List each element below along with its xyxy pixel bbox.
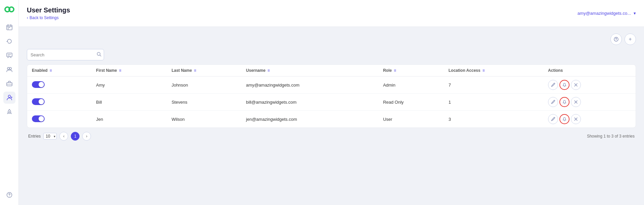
sidebar-item-messages[interactable] xyxy=(3,49,15,61)
filter-icon-last-name[interactable]: ≡ xyxy=(194,68,196,73)
sidebar xyxy=(0,0,19,205)
sidebar-item-team[interactable] xyxy=(3,63,15,75)
svg-rect-8 xyxy=(9,27,10,28)
account-menu[interactable]: amy@amazingwidgets.co... ▾ xyxy=(578,11,636,16)
search-input[interactable] xyxy=(27,49,104,60)
delete-button-1[interactable] xyxy=(571,97,581,107)
svg-rect-9 xyxy=(7,53,12,57)
table-row: AmyJohnsonamy@amazingwidgets.comAdmin7 xyxy=(27,76,636,94)
svg-point-19 xyxy=(9,111,10,112)
cell-last-name-0: Johnson xyxy=(167,76,241,94)
cell-username-2: jen@amazingwidgets.com xyxy=(241,111,378,128)
toggle-enabled-2[interactable] xyxy=(32,115,45,122)
account-email: amy@amazingwidgets.co... xyxy=(578,11,631,16)
entries-select-wrap: 10 25 50 xyxy=(43,133,57,140)
edit-button-0[interactable] xyxy=(548,80,558,90)
entries-label: Entries xyxy=(28,134,41,139)
page-title: User Settings xyxy=(27,6,70,14)
filter-icon-location-access[interactable]: ≡ xyxy=(482,68,485,73)
svg-line-25 xyxy=(100,55,101,56)
cell-enabled-2 xyxy=(27,111,91,128)
cell-username-1: bill@amazingwidgets.com xyxy=(241,94,378,111)
cell-username-0: amy@amazingwidgets.com xyxy=(241,76,378,94)
cell-enabled-0 xyxy=(27,76,91,94)
cell-last-name-1: Stevens xyxy=(167,94,241,111)
help-button[interactable] xyxy=(610,34,622,45)
col-label-username: Username xyxy=(246,68,265,73)
svg-point-21 xyxy=(9,196,10,197)
col-label-location-access: Location Access xyxy=(448,68,480,73)
app-logo xyxy=(4,4,15,16)
page-1-button[interactable]: 1 xyxy=(71,132,80,141)
col-header-first-name: First Name ≡ xyxy=(91,65,167,76)
delete-button-2[interactable] xyxy=(571,114,581,124)
next-page-button[interactable]: › xyxy=(82,132,91,141)
sidebar-item-briefcase[interactable] xyxy=(3,78,15,90)
sidebar-item-help[interactable] xyxy=(3,189,15,201)
col-label-first-name: First Name xyxy=(96,68,117,73)
sidebar-item-refresh[interactable] xyxy=(3,35,15,47)
actions-group-2 xyxy=(548,114,631,124)
bell-button-1[interactable] xyxy=(559,97,569,107)
col-label-last-name: Last Name xyxy=(171,68,192,73)
sidebar-item-users[interactable] xyxy=(3,92,15,104)
search-input-wrap xyxy=(27,49,104,60)
edit-button-2[interactable] xyxy=(548,114,558,124)
cell-first-name-1: Bill xyxy=(91,94,167,111)
toolbar: + xyxy=(27,34,636,45)
svg-point-16 xyxy=(8,95,10,98)
add-user-button[interactable]: + xyxy=(625,34,636,45)
back-link-label: Back to Settings xyxy=(30,15,59,20)
svg-point-12 xyxy=(7,67,9,69)
filter-icon-role[interactable]: ≡ xyxy=(394,68,396,73)
cell-actions-2 xyxy=(543,111,636,128)
users-table: Enabled ≡ First Name ≡ L xyxy=(27,64,636,128)
actions-group-1 xyxy=(548,97,631,107)
col-header-actions: Actions xyxy=(543,65,636,76)
cell-actions-1 xyxy=(543,94,636,111)
cell-role-0: Admin xyxy=(378,76,444,94)
back-to-settings-link[interactable]: ‹ Back to Settings xyxy=(27,15,70,20)
table-row: JenWilsonjen@amazingwidgets.comUser3 xyxy=(27,111,636,128)
pagination-pages: ‹ 1 › xyxy=(59,132,91,141)
col-header-enabled: Enabled ≡ xyxy=(27,65,91,76)
sidebar-item-calendar[interactable] xyxy=(3,21,15,33)
filter-icon-enabled[interactable]: ≡ xyxy=(50,68,52,73)
table-header-row: Enabled ≡ First Name ≡ L xyxy=(27,65,636,76)
cell-first-name-0: Amy xyxy=(91,76,167,94)
prev-page-button[interactable]: ‹ xyxy=(59,132,68,141)
filter-icon-username[interactable]: ≡ xyxy=(267,68,270,73)
cell-role-1: Read Only xyxy=(378,94,444,111)
col-label-enabled: Enabled xyxy=(32,68,48,73)
svg-rect-7 xyxy=(8,29,9,29)
bell-button-0[interactable] xyxy=(559,80,569,90)
chevron-down-icon: ▾ xyxy=(634,11,636,16)
sidebar-item-rocket[interactable] xyxy=(3,106,15,118)
toggle-enabled-1[interactable] xyxy=(32,98,45,105)
cell-last-name-2: Wilson xyxy=(167,111,241,128)
delete-button-0[interactable] xyxy=(571,80,581,90)
toggle-enabled-0[interactable] xyxy=(32,81,45,88)
svg-point-23 xyxy=(616,40,616,40)
cell-location-access-0: 7 xyxy=(444,76,543,94)
header-left: User Settings ‹ Back to Settings xyxy=(27,6,70,20)
col-header-location-access: Location Access ≡ xyxy=(444,65,543,76)
cell-location-access-1: 1 xyxy=(444,94,543,111)
search-icon[interactable] xyxy=(97,52,101,58)
bell-button-2[interactable] xyxy=(559,114,569,124)
cell-location-access-2: 3 xyxy=(444,111,543,128)
cell-first-name-2: Jen xyxy=(91,111,167,128)
header: User Settings ‹ Back to Settings amy@ama… xyxy=(19,0,644,27)
search-section xyxy=(27,49,636,60)
cell-enabled-1 xyxy=(27,94,91,111)
plus-icon: + xyxy=(629,37,632,42)
showing-entries-text: Showing 1 to 3 of 3 entries xyxy=(587,134,635,139)
actions-group-0 xyxy=(548,80,631,90)
edit-button-1[interactable] xyxy=(548,97,558,107)
chevron-left-icon: ‹ xyxy=(27,15,28,20)
filter-icon-first-name[interactable]: ≡ xyxy=(119,68,121,73)
entries-select[interactable]: 10 25 50 xyxy=(43,133,57,140)
cell-role-2: User xyxy=(378,111,444,128)
svg-rect-6 xyxy=(8,27,9,28)
col-header-role: Role ≡ xyxy=(378,65,444,76)
